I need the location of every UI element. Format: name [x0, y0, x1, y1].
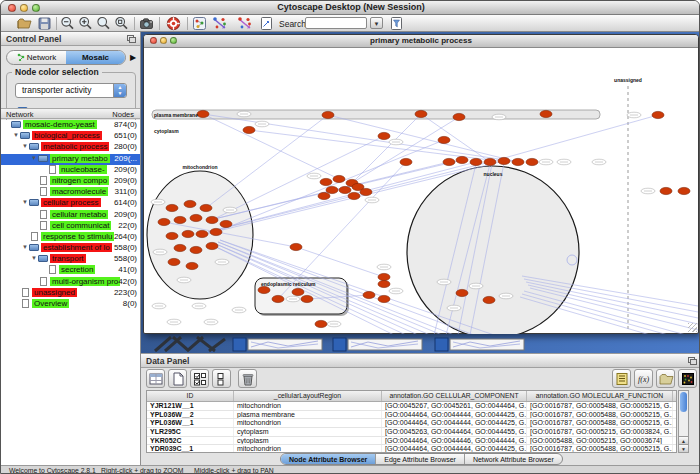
tabs-overflow-arrow[interactable]: ▶ [130, 53, 136, 62]
network-tree-row[interactable]: mosaic-demo-yeast874(0) [1, 120, 140, 131]
collapse-arrow-icon[interactable]: ▼ [22, 244, 29, 250]
zoom-fit-icon[interactable] [96, 16, 111, 31]
graph-node[interactable] [526, 158, 538, 165]
graph-node[interactable] [182, 230, 194, 237]
collapse-arrow-icon[interactable]: ▼ [31, 155, 38, 161]
graph-node[interactable] [166, 232, 178, 239]
graph-node[interactable] [186, 262, 198, 269]
snapshot-icon[interactable] [139, 16, 154, 31]
graph-node[interactable] [196, 230, 208, 237]
column-header[interactable]: annotation.GO CELLULAR_COMPONENT [382, 391, 527, 401]
graph-node[interactable] [378, 295, 390, 302]
collapse-arrow-icon[interactable]: ▼ [31, 255, 38, 261]
network-tree-row[interactable]: ▼transport558(0) [1, 254, 140, 265]
annotation-icon[interactable] [259, 16, 274, 31]
open-session-icon[interactable] [17, 16, 32, 31]
graph-node[interactable] [174, 216, 186, 223]
network-canvas[interactable]: plasma membranecytoplasmmitochondrionnuc… [144, 48, 698, 334]
graph-node[interactable] [158, 218, 170, 225]
attribute-table[interactable]: ID_cellularLayoutRegionannotation.GO CEL… [146, 390, 677, 453]
network-tree-row[interactable]: nitrogen compo209(0) [1, 176, 140, 187]
minimized-windows-strip[interactable] [141, 336, 700, 353]
graph-node[interactable] [197, 110, 209, 117]
graph-node[interactable] [540, 110, 552, 117]
graph-node[interactable] [415, 110, 427, 117]
graph-node[interactable] [243, 126, 255, 133]
graph-node[interactable] [315, 320, 327, 327]
graph-node[interactable] [470, 158, 482, 165]
graph-node[interactable] [484, 158, 496, 165]
attribute-select-icon[interactable] [146, 369, 165, 388]
graph-node[interactable] [168, 258, 180, 265]
graph-node[interactable] [363, 291, 375, 298]
zoom-in-icon[interactable] [78, 16, 93, 31]
graph-node[interactable] [272, 295, 284, 302]
network-tree-row[interactable]: Overview8(0) [1, 299, 140, 310]
network-tree-row[interactable]: nucleobase-209(0) [1, 165, 140, 176]
zoom-selected-icon[interactable] [114, 16, 129, 31]
graph-node[interactable] [348, 192, 360, 199]
graph-node[interactable] [498, 157, 510, 164]
graph-node[interactable] [200, 204, 212, 211]
import-attributes-icon[interactable] [656, 369, 675, 388]
apply-layout-icon[interactable] [212, 16, 227, 31]
graph-node[interactable] [378, 273, 390, 280]
attribute-browser-tab[interactable]: Node Attribute Browser [281, 454, 376, 464]
graph-node[interactable] [326, 186, 338, 193]
graph-node[interactable] [456, 289, 468, 296]
graph-node[interactable] [456, 156, 468, 163]
graph-node[interactable] [206, 242, 218, 249]
graph-node[interactable] [184, 200, 196, 207]
table-scrollbar[interactable]: ▲ ▼ [678, 390, 689, 453]
table-row[interactable]: YPL036W__1mitochondrion[GO:0044464, GO:0… [147, 419, 676, 428]
graph-node[interactable] [290, 243, 302, 250]
network-tree-row[interactable]: unassigned223(0) [1, 288, 140, 299]
graph-node[interactable] [333, 175, 345, 182]
graph-node[interactable] [660, 187, 672, 194]
network-tree-row[interactable]: multi-organism pro42(0) [1, 277, 140, 288]
column-header[interactable]: annotation.GO MOLECULAR_FUNCTION [527, 391, 673, 401]
network-tree-row[interactable]: ▼establishment of lo558(0) [1, 243, 140, 254]
graph-node[interactable] [166, 204, 178, 211]
zoom-out-icon[interactable] [60, 16, 75, 31]
delete-attribute-icon[interactable] [238, 369, 257, 388]
graph-node[interactable] [652, 111, 664, 118]
resize-grip-icon[interactable] [688, 323, 697, 332]
network-tree-row[interactable]: ▼primary metabo209(... [1, 154, 140, 165]
network-tree-row[interactable]: ▼cellular process614(0) [1, 198, 140, 209]
graph-node[interactable] [292, 288, 304, 295]
graph-node[interactable] [301, 295, 313, 302]
attribute-matrix-icon[interactable] [678, 369, 697, 388]
graph-node[interactable] [339, 186, 351, 193]
search-dropdown-arrow[interactable]: ▼ [370, 17, 383, 29]
graph-node[interactable] [174, 244, 186, 251]
attribute-browser-tab[interactable]: Edge Attribute Browser [376, 454, 465, 464]
scroll-up-icon[interactable]: ▲ [679, 436, 688, 444]
collapse-arrow-icon[interactable]: ▼ [22, 199, 29, 205]
graph-node[interactable] [320, 178, 332, 185]
tab-network[interactable]: Network [7, 51, 66, 64]
minimized-window-icon[interactable] [333, 338, 346, 351]
graph-node[interactable] [453, 113, 465, 120]
graph-node[interactable] [438, 136, 450, 143]
network-tree-row[interactable]: ▼metabolic process280(0) [1, 142, 140, 153]
minimized-window-icon[interactable] [233, 338, 246, 351]
graph-node[interactable] [360, 188, 372, 195]
create-attribute-icon[interactable] [168, 369, 187, 388]
graph-node[interactable] [322, 111, 334, 118]
graph-node[interactable] [678, 187, 690, 194]
help-icon[interactable] [166, 16, 181, 31]
save-session-icon[interactable] [37, 16, 52, 31]
unselect-all-attributes-icon[interactable] [212, 369, 231, 388]
node-color-dropdown[interactable]: transporter activity ▲▼ [15, 83, 127, 98]
search-input[interactable] [305, 17, 367, 29]
graph-node[interactable] [190, 214, 202, 221]
graph-node[interactable] [210, 228, 222, 235]
function-builder-icon[interactable]: f(x) [634, 369, 653, 388]
table-row[interactable]: YLR295Ccytoplasm[GO:0045263, GO:0044464,… [147, 428, 676, 437]
column-header[interactable]: ID [147, 391, 234, 401]
network-tree-row[interactable]: macromolecule311(0) [1, 187, 140, 198]
search-config-icon[interactable] [389, 16, 404, 31]
network-tree-row[interactable]: cell communicat22(0) [1, 221, 140, 232]
network-tree-row[interactable]: response to stimulu264(0) [1, 232, 140, 243]
